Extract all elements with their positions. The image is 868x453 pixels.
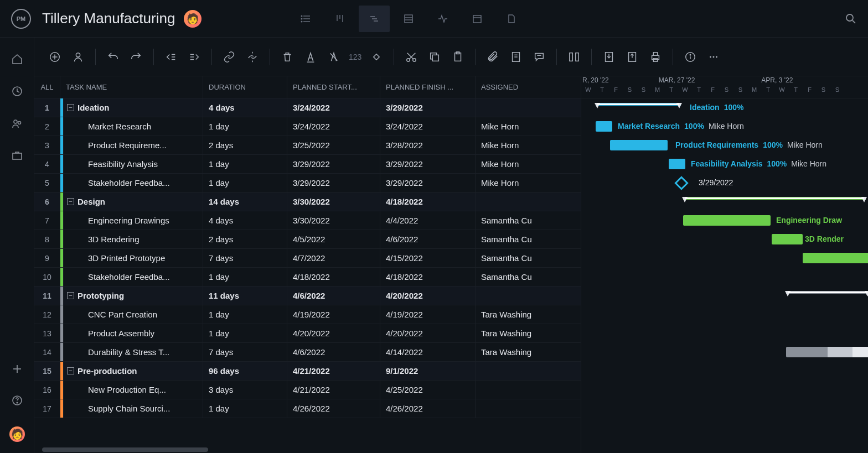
start-cell[interactable]: 4/6/2022 <box>287 287 380 305</box>
columns-button[interactable] <box>564 48 585 66</box>
indent-button[interactable] <box>184 48 205 66</box>
start-cell[interactable]: 4/21/2022 <box>287 362 380 380</box>
start-cell[interactable]: 4/5/2022 <box>287 230 380 248</box>
collapse-icon[interactable]: − <box>67 367 74 374</box>
task-name-cell[interactable]: Durability & Stress T... <box>64 343 203 361</box>
duration-cell[interactable]: 3 days <box>203 381 287 399</box>
start-cell[interactable]: 3/30/2022 <box>287 192 380 211</box>
duration-cell[interactable]: 2 days <box>203 136 287 154</box>
gantt-task-bar[interactable] <box>772 234 803 244</box>
finish-cell[interactable]: 3/29/2022 <box>380 155 476 173</box>
export-button[interactable] <box>622 48 643 66</box>
start-cell[interactable]: 4/6/2022 <box>287 343 380 361</box>
start-cell[interactable]: 4/18/2022 <box>287 268 380 286</box>
assigned-cell[interactable]: Tara Washing <box>476 343 536 361</box>
start-cell[interactable]: 3/25/2022 <box>287 136 380 154</box>
column-assigned[interactable]: ASSIGNED <box>476 76 536 98</box>
attachment-button[interactable] <box>482 48 503 66</box>
finish-cell[interactable]: 4/18/2022 <box>380 192 476 211</box>
assigned-cell[interactable] <box>476 192 536 211</box>
finish-cell[interactable]: 4/14/2022 <box>380 343 476 361</box>
gantt-task-bar[interactable] <box>786 347 868 357</box>
duration-cell[interactable]: 7 days <box>203 249 287 267</box>
start-cell[interactable]: 3/24/2022 <box>287 117 380 136</box>
delete-button[interactable] <box>277 48 298 66</box>
assigned-cell[interactable]: Samantha Cu <box>476 211 536 230</box>
duration-cell[interactable]: 4 days <box>203 98 287 117</box>
task-row[interactable]: 7Engineering Drawings4 days3/30/20224/4/… <box>34 211 581 230</box>
start-cell[interactable]: 4/19/2022 <box>287 305 380 324</box>
assigned-cell[interactable] <box>476 287 536 305</box>
duration-cell[interactable]: 1 day <box>203 305 287 324</box>
task-name-cell[interactable]: Product Assembly <box>64 324 203 342</box>
app-logo[interactable]: PM <box>11 9 31 29</box>
assigned-cell[interactable]: Mike Horn <box>476 174 536 192</box>
collapse-icon[interactable]: − <box>67 104 74 111</box>
view-sheet-icon[interactable] <box>393 6 424 32</box>
nav-time-icon[interactable] <box>11 85 23 97</box>
finish-cell[interactable]: 4/19/2022 <box>380 305 476 324</box>
clear-format-button[interactable] <box>323 48 344 66</box>
task-row[interactable]: 3Product Requireme...2 days3/25/20223/28… <box>34 136 581 155</box>
notes-button[interactable] <box>505 48 526 66</box>
task-name-cell[interactable]: Stakeholder Feedba... <box>64 174 203 192</box>
task-row[interactable]: 93D Printed Prototype7 days4/7/20224/15/… <box>34 249 581 268</box>
start-cell[interactable]: 4/7/2022 <box>287 249 380 267</box>
task-row[interactable]: 10Stakeholder Feedba...1 day4/18/20224/1… <box>34 268 581 287</box>
gantt-task-bar[interactable] <box>596 121 612 132</box>
view-activity-icon[interactable] <box>427 6 458 32</box>
duration-cell[interactable]: 4 days <box>203 211 287 230</box>
duration-cell[interactable]: 1 day <box>203 155 287 173</box>
start-cell[interactable]: 4/21/2022 <box>287 381 380 399</box>
view-gantt-icon[interactable] <box>359 6 390 32</box>
outdent-button[interactable] <box>161 48 182 66</box>
view-board-icon[interactable] <box>324 6 355 32</box>
duration-cell[interactable]: 1 day <box>203 174 287 192</box>
collapse-icon[interactable]: − <box>67 292 74 299</box>
duration-cell[interactable]: 11 days <box>203 287 287 305</box>
finish-cell[interactable]: 4/6/2022 <box>380 230 476 248</box>
assigned-cell[interactable]: Mike Horn <box>476 136 536 154</box>
finish-cell[interactable]: 4/4/2022 <box>380 211 476 230</box>
finish-cell[interactable]: 4/15/2022 <box>380 249 476 267</box>
undo-button[interactable] <box>102 48 123 66</box>
assigned-cell[interactable] <box>476 98 536 117</box>
duration-cell[interactable]: 1 day <box>203 117 287 136</box>
task-name-cell[interactable]: −Prototyping <box>64 287 203 305</box>
task-row[interactable]: 17Supply Chain Sourci...1 day4/26/20224/… <box>34 399 581 418</box>
assigned-cell[interactable]: Tara Washing <box>476 324 536 342</box>
assigned-cell[interactable] <box>476 399 536 418</box>
assigned-cell[interactable] <box>476 381 536 399</box>
start-cell[interactable]: 4/26/2022 <box>287 399 380 418</box>
task-name-cell[interactable]: −Pre-production <box>64 362 203 380</box>
finish-cell[interactable]: 4/26/2022 <box>380 399 476 418</box>
gantt-task-bar[interactable] <box>803 253 868 263</box>
task-name-cell[interactable]: −Design <box>64 192 203 211</box>
duration-cell[interactable]: 7 days <box>203 343 287 361</box>
project-avatar[interactable]: 🧑 <box>184 10 202 28</box>
search-icon[interactable] <box>845 13 857 25</box>
start-cell[interactable]: 3/30/2022 <box>287 211 380 230</box>
view-list-icon[interactable] <box>290 6 321 32</box>
task-row[interactable]: 4Feasibility Analysis1 day3/29/20223/29/… <box>34 155 581 174</box>
add-task-button[interactable] <box>44 48 65 66</box>
paste-button[interactable] <box>447 48 468 66</box>
horizontal-scrollbar[interactable] <box>42 447 208 452</box>
finish-cell[interactable]: 4/25/2022 <box>380 381 476 399</box>
assigned-cell[interactable] <box>476 362 536 380</box>
task-row[interactable]: 16New Production Eq...3 days4/21/20224/2… <box>34 381 581 399</box>
column-planned-finish[interactable]: PLANNED FINISH ... <box>380 76 476 98</box>
user-avatar[interactable]: 🧑 <box>9 426 25 442</box>
task-name-cell[interactable]: Stakeholder Feedba... <box>64 268 203 286</box>
column-duration[interactable]: DURATION <box>203 76 287 98</box>
assign-button[interactable] <box>68 48 89 66</box>
task-row[interactable]: 2Market Research1 day3/24/20223/24/2022M… <box>34 117 581 136</box>
view-file-icon[interactable] <box>496 6 527 32</box>
task-row[interactable]: 11−Prototyping11 days4/6/20224/20/2022 <box>34 287 581 305</box>
task-name-cell[interactable]: Feasibility Analysis <box>64 155 203 173</box>
text-style-button[interactable] <box>300 48 321 66</box>
import-button[interactable] <box>598 48 619 66</box>
task-row[interactable]: 83D Rendering2 days4/5/20224/6/2022Saman… <box>34 230 581 249</box>
assigned-cell[interactable]: Samantha Cu <box>476 268 536 286</box>
assigned-cell[interactable]: Samantha Cu <box>476 249 536 267</box>
